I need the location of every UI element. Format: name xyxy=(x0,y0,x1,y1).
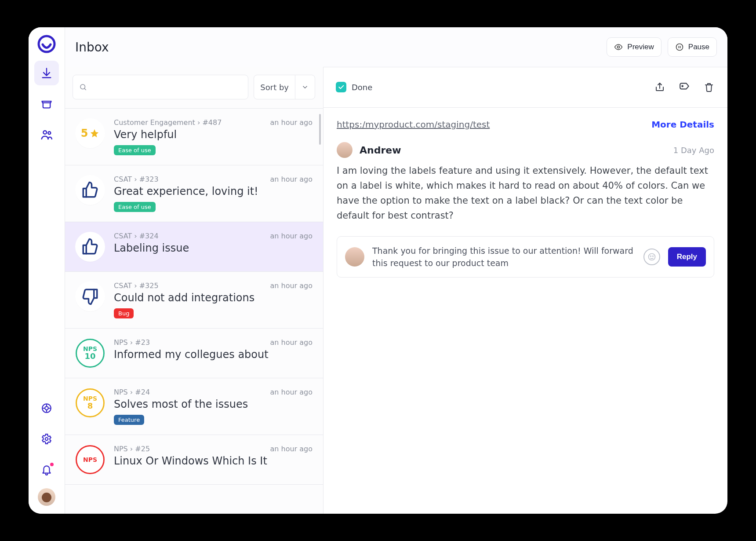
trash-icon[interactable] xyxy=(703,81,715,93)
detail-column: Done https:/myproduct.com/staging/test M… xyxy=(323,67,727,514)
current-user-avatar[interactable] xyxy=(38,488,55,506)
author-avatar xyxy=(337,142,353,158)
item-ago: an hour ago xyxy=(270,281,313,290)
item-tag: Feature xyxy=(114,415,144,425)
chevron-down-icon xyxy=(295,75,315,99)
svg-point-1 xyxy=(44,131,47,134)
item-source: NPS › #25 xyxy=(114,445,150,453)
detail-url[interactable]: https:/myproduct.com/staging/test xyxy=(337,119,490,130)
item-ago: an hour ago xyxy=(270,232,313,240)
inbox-item[interactable]: NPS NPS › #25an hour ago Linux Or Window… xyxy=(65,435,323,485)
nav-people[interactable] xyxy=(34,122,59,147)
svg-point-10 xyxy=(648,254,655,260)
thumb-down-icon xyxy=(81,287,99,306)
nps-label: NPS xyxy=(83,346,97,352)
inbox-item[interactable]: CSAT › #323an hour ago Great experience,… xyxy=(65,165,323,222)
pause-label: Pause xyxy=(688,43,709,51)
item-subject: Great experience, loving it! xyxy=(114,185,313,197)
more-details-link[interactable]: More Details xyxy=(651,119,714,130)
nps-value: 10 xyxy=(84,352,95,361)
pause-icon xyxy=(675,43,684,51)
item-tag: Ease of use xyxy=(114,145,156,155)
tag-icon[interactable] xyxy=(678,81,691,93)
emoji-picker-icon[interactable] xyxy=(643,249,660,265)
rating-value: 5 xyxy=(81,127,88,139)
sort-label: Sort by xyxy=(254,75,295,99)
item-subject: Could not add integrations xyxy=(114,292,313,304)
pause-button[interactable]: Pause xyxy=(668,37,717,57)
item-ago: an hour ago xyxy=(270,118,313,127)
done-checkbox[interactable] xyxy=(336,82,346,92)
done-toggle[interactable]: Done xyxy=(336,82,372,92)
share-icon[interactable] xyxy=(654,81,666,93)
nav-notifications[interactable] xyxy=(34,457,59,482)
inbox-item[interactable]: CSAT › #325an hour ago Could not add int… xyxy=(65,272,323,329)
svg-point-12 xyxy=(652,256,653,257)
search-input-wrap[interactable] xyxy=(73,75,248,99)
svg-point-9 xyxy=(682,86,683,87)
author-name: Andrew xyxy=(360,145,401,156)
inbox-item[interactable]: NPS8 NPS › #24an hour ago Solves most of… xyxy=(65,378,323,435)
thumb-up-badge xyxy=(75,232,105,262)
notification-dot xyxy=(50,463,54,466)
inbox-list[interactable]: 5 Customer Engagement › #487an hour ago … xyxy=(65,109,323,514)
app-window: Inbox Preview Pause xyxy=(29,27,727,514)
thumb-down-badge xyxy=(75,281,105,311)
my-avatar xyxy=(345,247,364,267)
brand-logo xyxy=(36,33,57,55)
preview-button[interactable]: Preview xyxy=(607,37,661,57)
svg-point-2 xyxy=(48,132,51,134)
item-source: NPS › #24 xyxy=(114,388,150,396)
thumb-up-icon xyxy=(81,238,99,256)
inbox-item-selected[interactable]: CSAT › #324an hour ago Labeling issue xyxy=(65,222,323,272)
nps-badge: NPS10 xyxy=(75,338,105,368)
search-icon xyxy=(79,83,87,91)
check-icon xyxy=(338,84,345,91)
svg-point-4 xyxy=(45,406,48,410)
nav-inbox[interactable] xyxy=(34,61,59,85)
left-rail xyxy=(29,27,65,514)
topbar: Inbox Preview Pause xyxy=(65,27,727,67)
rating-badge: 5 xyxy=(75,118,105,148)
item-subject: Very helpful xyxy=(114,128,313,141)
inbox-list-column: Sort by 5 xyxy=(65,67,323,514)
item-ago: an hour ago xyxy=(270,445,313,453)
content: Sort by 5 xyxy=(65,67,727,514)
item-ago: an hour ago xyxy=(270,175,313,183)
sort-dropdown[interactable]: Sort by xyxy=(254,75,315,99)
done-label: Done xyxy=(352,83,372,92)
svg-point-5 xyxy=(45,438,48,441)
item-tag: Bug xyxy=(114,308,134,318)
svg-point-0 xyxy=(39,36,55,52)
reply-composer[interactable]: Thank you for bringing this issue to our… xyxy=(337,236,714,278)
item-ago: an hour ago xyxy=(270,388,313,396)
scrollbar[interactable] xyxy=(319,114,321,145)
item-subject: Linux Or Windows Which Is It xyxy=(114,455,313,467)
item-source: CSAT › #323 xyxy=(114,175,159,183)
thumb-up-badge xyxy=(75,175,105,205)
nav-help[interactable] xyxy=(34,396,59,420)
nav-archive[interactable] xyxy=(34,91,59,116)
reply-button[interactable]: Reply xyxy=(668,247,706,267)
inbox-item[interactable]: NPS10 NPS › #23an hour ago Informed my c… xyxy=(65,329,323,378)
svg-point-11 xyxy=(650,256,651,257)
nps-label: NPS xyxy=(83,395,97,402)
inbox-item[interactable]: 5 Customer Engagement › #487an hour ago … xyxy=(65,109,323,165)
nps-badge: NPS8 xyxy=(75,388,105,418)
item-ago: an hour ago xyxy=(270,338,313,347)
message-age: 1 Day Ago xyxy=(673,146,714,155)
search-input[interactable] xyxy=(87,82,242,92)
preview-label: Preview xyxy=(627,43,654,51)
item-source: NPS › #23 xyxy=(114,338,150,347)
eye-icon xyxy=(614,43,623,51)
item-source: CSAT › #324 xyxy=(114,232,159,240)
nav-settings[interactable] xyxy=(34,427,59,451)
star-icon xyxy=(90,128,99,138)
message-body: I am loving the labels feature and using… xyxy=(323,161,727,236)
svg-point-6 xyxy=(618,46,620,48)
nps-label: NPS xyxy=(83,457,97,463)
thumb-up-icon xyxy=(81,181,99,199)
item-subject: Solves most of the issues xyxy=(114,398,313,410)
svg-point-8 xyxy=(80,84,85,89)
reply-text[interactable]: Thank you for bringing this issue to our… xyxy=(372,245,636,269)
